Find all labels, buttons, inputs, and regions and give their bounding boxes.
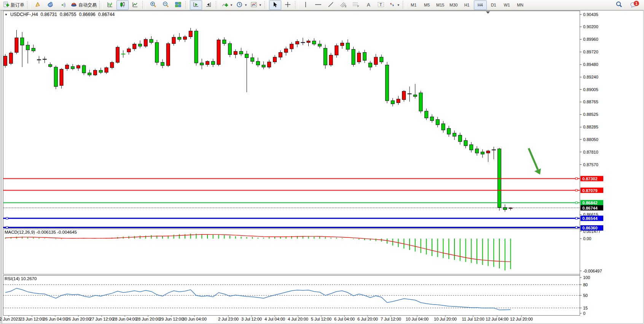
svg-text:15: 15 [583,306,588,310]
timeframe-d1-button[interactable]: D1 [487,0,500,10]
horizontal-line-button[interactable] [312,0,324,10]
svg-text:6 Jul 04:00: 6 Jul 04:00 [334,317,355,321]
open-value: 0.86731 [41,12,57,17]
svg-text:6 Jul 20:00: 6 Jul 20:00 [357,317,378,321]
metaeditor-icon [35,2,41,9]
candlestick-chart-button[interactable] [116,0,129,10]
tile-windows-button[interactable] [172,0,184,10]
svg-text:29 Jun 12:00: 29 Jun 12:00 [159,317,183,321]
equidistant-channel-icon: E [340,2,347,9]
svg-text:11 Jul 12:00: 11 Jul 12:00 [462,317,484,321]
arrows-icon [389,2,395,9]
text-button[interactable]: A [362,0,375,10]
toolbar-separator [265,1,268,9]
close-value: 0.86744 [98,12,115,17]
macd-main-value: -0.006135 [36,230,56,234]
timeframe-m30-button[interactable]: M30 [447,0,460,10]
timeframe-h4-button[interactable]: H4 [474,0,487,10]
svg-text:0.89720: 0.89720 [583,50,598,54]
level-lines [3,178,580,228]
time-axis: 22 Jun 202323 Jun 12:0026 Jun 04:0026 Ju… [0,316,533,321]
periods-button[interactable]: ▼ [235,0,249,10]
svg-text:A: A [367,2,370,8]
svg-text:12 Jul 20:00: 12 Jul 20:00 [510,317,533,321]
svg-text:0.88525: 0.88525 [583,112,598,117]
svg-text:0.89005: 0.89005 [583,87,598,92]
macd-name: MACD(12,26,9) [5,230,35,234]
vertical-line-icon [303,2,308,9]
timeframe-h1-button[interactable]: H1 [461,0,473,10]
auto-trading-label: 自动交易 [78,2,97,8]
svg-text:0.00: 0.00 [583,236,591,241]
chart-shift-button[interactable] [202,0,215,10]
chevron-down-icon: ▼ [397,3,400,7]
bar-chart-icon [107,2,113,9]
toolbar-separator [295,1,298,9]
zoom-in-button[interactable] [147,0,159,10]
market-button[interactable] [44,0,56,10]
auto-trading-button[interactable]: 自动交易 [69,0,98,10]
svg-text:0.87810: 0.87810 [583,150,598,154]
crosshair-button[interactable] [282,0,294,10]
arrows-button[interactable]: ▼ [387,0,402,10]
text-label-icon: T [378,2,384,9]
svg-text:0.87079: 0.87079 [582,188,598,193]
fibonacci-button[interactable]: F [350,0,362,10]
timeframe-m5-button[interactable]: M5 [421,0,434,10]
auto-trading-icon [71,2,77,9]
timeframe-w1-button[interactable]: W1 [501,0,513,10]
cursor-button[interactable] [269,0,281,10]
timeframe-m1-button[interactable]: M1 [407,0,420,10]
fibonacci-icon: F [352,2,359,9]
line-chart-icon [132,2,138,9]
auto-scroll-button[interactable] [190,0,202,10]
indicators-button[interactable]: ▼ [220,0,234,10]
indicators-icon [222,2,228,9]
chart-title[interactable]: ▼ USDCHF-,H4 0.86731 0.86755 0.86696 0.8… [5,12,115,17]
horizontal-line-icon [315,2,322,9]
svg-text:0.86744: 0.86744 [582,206,598,210]
new-order-button[interactable]: 新订单 [2,0,26,10]
trendline-button[interactable] [325,0,337,10]
annotation-arrow [529,148,541,175]
search-button[interactable] [613,0,625,10]
templates-button[interactable]: ▼ [249,0,263,10]
chart-canvas[interactable]: 0.0014770.00-0.00649710080501500.904350.… [0,0,644,324]
metaeditor-button[interactable] [32,0,44,10]
tile-windows-icon [175,2,181,9]
svg-text:0.89240: 0.89240 [583,75,598,79]
svg-text:100: 100 [583,275,590,280]
svg-text:0: 0 [583,311,585,316]
signals-button[interactable] [57,0,69,10]
svg-text:E: E [345,5,347,8]
rsi-name: RSI(14) [5,276,20,281]
svg-text:0.87570: 0.87570 [583,162,598,167]
rsi-panel: 1008050150 [3,275,590,316]
toolbar-separator [403,1,406,9]
symbol-period-label: USDCHF-,H4 [10,12,38,17]
timeframe-m15-button[interactable]: M15 [434,0,447,10]
svg-text:30 Jun 04:00: 30 Jun 04:00 [182,317,207,321]
svg-text:26 Jun 20:00: 26 Jun 20:00 [66,317,91,321]
svg-text:10 Jul 04:00: 10 Jul 04:00 [406,317,429,321]
svg-text:80: 80 [583,282,588,287]
svg-text:0.86360: 0.86360 [582,226,598,230]
timeframe-mn-button[interactable]: MN [514,0,527,10]
templates-icon [251,2,257,9]
collapse-triangle-icon[interactable]: ▼ [5,13,8,16]
macd-panel: 0.0014770.00-0.006497 [5,229,602,273]
bar-chart-button[interactable] [104,0,116,10]
line-chart-button[interactable] [129,0,141,10]
equidistant-channel-button[interactable]: E [337,0,349,10]
svg-text:3 Jul 12:00: 3 Jul 12:00 [241,317,262,321]
svg-text:0.88050: 0.88050 [583,137,598,142]
mt4-window: 新订单 自动交易 [0,0,644,324]
macd-indicator-label: MACD(12,26,9) -0.006135 -0.004645 [5,230,77,234]
zoom-out-button[interactable] [159,0,172,10]
svg-text:4 Jul 20:00: 4 Jul 20:00 [288,317,308,321]
signals-icon [60,2,66,9]
notifications-button[interactable]: 1 [627,0,640,10]
macd-signal-value: -0.004645 [57,230,77,234]
text-label-button[interactable]: T [375,0,387,10]
vertical-line-button[interactable] [300,0,312,10]
